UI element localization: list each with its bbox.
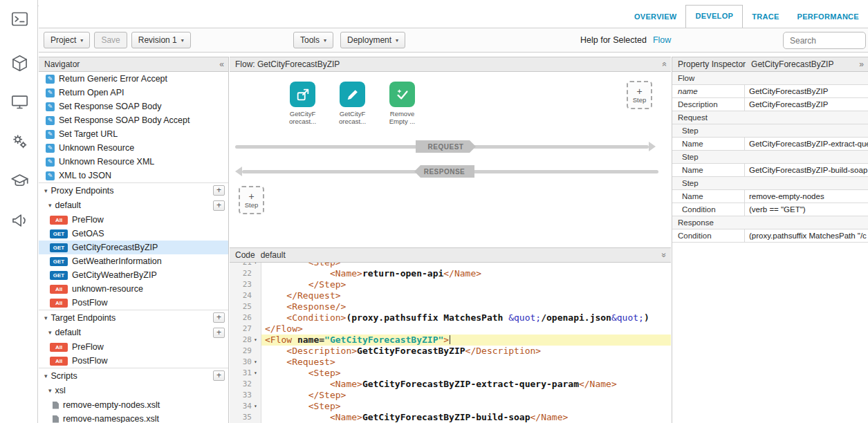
flow-step[interactable]: GetCityForecast... — [284, 82, 322, 125]
navigator-policy-item-set-response-soap-body[interactable]: ✎Set Response SOAP Body — [39, 100, 228, 113]
navigator-policy-item-unknown-resource-xml[interactable]: ✎Unknown Resource XML — [39, 155, 228, 169]
property-value[interactable]: GetCityForecastByZIP-build-soap — [744, 164, 868, 176]
navigator-policy-item-return-generic-error-accept[interactable]: ✎Return Generic Error Accept — [39, 72, 228, 86]
admin-nav-button[interactable] — [9, 131, 30, 151]
save-button[interactable]: Save — [94, 32, 127, 48]
code-line[interactable]: 30▾ <Request> — [230, 357, 671, 368]
line-gutter: 23 — [230, 279, 261, 290]
code-line[interactable]: 29 <Description>GetCityForecastByZIP</De… — [230, 346, 671, 357]
code-line[interactable]: 27</Flow> — [230, 323, 671, 335]
code-line[interactable]: 25 <Response/> — [230, 301, 671, 312]
code-line[interactable]: 28▾<Flow name="GetCityForecastByZIP"> — [230, 335, 671, 346]
navigator-group-default[interactable]: ▾default+ — [39, 198, 228, 213]
method-badge: GET — [50, 243, 68, 252]
navigator-policy-item-set-target-url[interactable]: ✎Set Target URL — [39, 127, 228, 141]
code-line[interactable]: 22 <Name>return-open-api</Name> — [230, 268, 671, 279]
navigator-flow-item-preflow[interactable]: AllPreFlow — [39, 340, 228, 354]
flow-step[interactable]: GetCityForecast... — [333, 82, 371, 125]
method-badge: All — [50, 216, 68, 225]
navigator-section-target-endpoints[interactable]: ▾Target Endpoints+ — [39, 310, 228, 325]
policy-icon: ✎ — [46, 116, 55, 125]
navigator-flow-item-postflow[interactable]: AllPostFlow — [39, 296, 228, 310]
collapse-inspector-icon[interactable]: » — [859, 59, 864, 69]
navigator-group-default[interactable]: ▾default+ — [39, 325, 228, 340]
add-button[interactable]: + — [213, 328, 225, 338]
navigator-policy-item-unknown-resource[interactable]: ✎Unknown Resource — [39, 141, 228, 155]
terminal-nav-button[interactable] — [9, 8, 30, 29]
line-gutter: 25 — [230, 301, 261, 312]
navigator-flow-item-postflow[interactable]: AllPostFlow — [39, 354, 228, 368]
navigator-section-scripts[interactable]: ▾Scripts+ — [39, 368, 228, 383]
triangle-down-icon: ▾ — [48, 387, 52, 394]
navigator-file-item-remove-empty-nodes-xslt[interactable]: remove-empty-nodes.xslt — [39, 398, 228, 412]
deployment-menu-button[interactable]: Deployment▾ — [340, 32, 405, 48]
navigator-flow-item-getcityweatherbyzip[interactable]: GETGetCityWeatherByZIP — [39, 268, 228, 282]
triangle-down-icon: ▾ — [44, 373, 48, 379]
code-line[interactable]: 21▾ <Step> — [230, 263, 671, 268]
code-line[interactable]: 32 <Name>GetCityForecastByZIP-extract-qu… — [230, 379, 671, 390]
collapse-flow-panel-icon[interactable]: » — [660, 62, 670, 67]
property-label: Step — [672, 124, 868, 137]
navigator-section-proxy-endpoints[interactable]: ▾Proxy Endpoints+ — [39, 182, 228, 198]
tab-develop[interactable]: DEVELOP — [685, 5, 743, 28]
project-menu-label: Project — [50, 35, 76, 45]
publish-nav-button[interactable] — [9, 91, 30, 112]
flow-step[interactable]: RemoveEmpty ... — [383, 82, 421, 125]
fold-toggle-icon[interactable]: ▾ — [252, 357, 259, 368]
add-button[interactable]: + — [213, 185, 225, 196]
add-step-button[interactable]: + Step — [239, 186, 264, 214]
property-value[interactable]: GetCityForecastByZIP — [744, 98, 868, 111]
navigator-policy-item-xml-to-json[interactable]: ✎XML to JSON — [39, 169, 228, 182]
fold-toggle-icon[interactable]: ▾ — [252, 368, 259, 379]
navigator-flow-item-preflow[interactable]: AllPreFlow — [39, 213, 228, 227]
tab-trace[interactable]: TRACE — [743, 6, 788, 28]
add-button[interactable]: + — [213, 200, 225, 211]
code-text: <Step> — [261, 401, 671, 412]
navigator-flow-item-getweatherinformation[interactable]: GETGetWeatherInformation — [39, 254, 228, 268]
code-editor[interactable]: 21▾ <Step>22 <Name>return-open-api</Name… — [230, 263, 671, 423]
fold-toggle-icon[interactable]: ▾ — [252, 263, 259, 268]
api-proxies-nav-button[interactable] — [9, 53, 30, 73]
navigator-policy-item-return-open-api[interactable]: ✎Return Open API — [39, 86, 228, 100]
navigator-group-xsl[interactable]: ▾xsl — [39, 383, 228, 398]
fold-toggle-icon[interactable]: ▾ — [252, 335, 259, 346]
add-step-button[interactable]: + Step — [627, 81, 652, 109]
add-button[interactable]: + — [213, 370, 225, 381]
code-line[interactable]: 35 <Name>GetCityForecastByZIP-build-soap… — [230, 412, 671, 423]
project-menu-button[interactable]: Project▾ — [44, 32, 90, 48]
tab-overview[interactable]: OVERVIEW — [625, 6, 686, 28]
search-input[interactable] — [783, 32, 866, 49]
code-text: <Flow name="GetCityForecastByZIP"> — [261, 335, 671, 346]
fold-toggle-icon[interactable]: ▾ — [252, 401, 259, 412]
help-flow-link[interactable]: Flow — [653, 35, 671, 45]
add-button[interactable]: + — [213, 312, 225, 323]
code-text: <Request> — [261, 357, 671, 368]
property-value[interactable]: remove-empty-nodes — [744, 190, 868, 203]
label: PreFlow — [72, 342, 104, 352]
collapse-navigator-icon[interactable]: « — [219, 59, 224, 69]
tools-menu-button[interactable]: Tools▾ — [293, 32, 333, 48]
code-line[interactable]: 23 </Step> — [230, 279, 671, 290]
code-line[interactable]: 24 </Request> — [230, 290, 671, 301]
code-line[interactable]: 31▾ <Step> — [230, 368, 671, 379]
navigator-file-item-remove-namespaces-xslt[interactable]: remove-namespaces.xslt — [39, 412, 228, 423]
label: Unknown Resource XML — [59, 157, 154, 167]
expand-code-panel-icon[interactable]: » — [660, 253, 670, 258]
feedback-nav-button[interactable] — [9, 209, 30, 230]
property-value[interactable]: GetCityForecastByZIP — [744, 85, 868, 97]
revision-menu-button[interactable]: Revision 1▾ — [131, 32, 191, 48]
navigator-flow-item-unknown-resource[interactable]: Allunknown-resource — [39, 282, 228, 296]
code-line[interactable]: 34▾ <Step> — [230, 401, 671, 412]
code-line[interactable]: 33 </Step> — [230, 390, 671, 401]
property-value[interactable]: (verb == "GET") — [744, 203, 868, 216]
code-token: <Step> — [308, 401, 341, 411]
property-value[interactable]: GetCityForecastByZIP-extract-query-param — [744, 138, 868, 150]
code-line[interactable]: 26 <Condition>(proxy.pathsuffix MatchesP… — [230, 312, 671, 323]
navigator-flow-item-getcityforecastbyzip[interactable]: GETGetCityForecastByZIP — [39, 241, 228, 254]
inspector-row-name: NameGetCityForecastByZIP-build-soap — [672, 164, 868, 177]
tab-performance[interactable]: PERFORMANCE — [788, 6, 868, 28]
navigator-policy-item-set-response-soap-body-accept[interactable]: ✎Set Response SOAP Body Accept — [39, 113, 228, 127]
property-value[interactable]: (proxy.pathsuffix MatchesPath "/c — [744, 229, 868, 242]
learn-nav-button[interactable] — [9, 170, 30, 191]
navigator-flow-item-getoas[interactable]: GETGetOAS — [39, 227, 228, 241]
